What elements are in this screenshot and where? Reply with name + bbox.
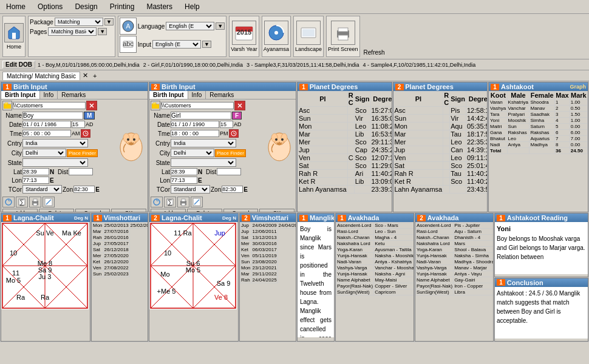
birth2-state-row: State (151, 158, 263, 167)
ashtakoot-graph-label[interactable]: Graph (570, 84, 586, 90)
birth1-add-button[interactable]: Add (2, 209, 38, 212)
birth1-name-input[interactable] (22, 112, 83, 120)
birth2-city-select[interactable]: Delhi (171, 149, 214, 157)
menu-help[interactable]: Help (181, 1, 203, 12)
birth2-delete-button[interactable]: Delete (187, 209, 222, 212)
birth2-lon-input[interactable] (171, 177, 197, 184)
calendar-icon[interactable]: 2015 (232, 21, 256, 45)
birth1-ad-label: AD (86, 121, 94, 127)
birth2-print-icon[interactable] (177, 197, 189, 207)
birth2-tcor-select[interactable]: Standard (171, 185, 210, 194)
planet2-num: 2 (395, 84, 404, 90)
print-icon[interactable] (331, 21, 355, 45)
tab-info-1[interactable]: Info (40, 91, 58, 99)
birth1-cancel-button[interactable]: Cancel (75, 209, 111, 212)
birth1-chart-icon[interactable] (43, 197, 55, 207)
manglik-title-area: 1 Manglik (299, 214, 335, 221)
lagna1-deg-label: Deg N (74, 215, 88, 221)
pages-select[interactable]: Matching Basic (48, 27, 97, 36)
tab-add-button[interactable]: ✕ (80, 71, 90, 80)
menu-options[interactable]: Options (34, 1, 66, 12)
language-select[interactable]: English (E (166, 22, 214, 30)
birth2-cancel-button[interactable]: Cancel (223, 209, 259, 212)
birth2-alarm-icon[interactable] (229, 129, 239, 138)
package-dropdown[interactable]: ▼ (104, 18, 114, 25)
birth1-place-finder-button[interactable]: Place Finder (67, 149, 98, 157)
birth2-tcor-row: TCor Standard Zon E (151, 185, 263, 194)
birth2-chart-icon[interactable] (191, 197, 203, 207)
birth1-state-select[interactable] (22, 158, 88, 167)
planet1-header: 1 Planet Degrees (298, 83, 392, 91)
birth1-name-row: Name M (2, 112, 115, 120)
birth1-day-input[interactable] (72, 121, 85, 128)
tab-birth-input-1[interactable]: Birth Input (1, 91, 40, 99)
birth2-reset-icon[interactable] (151, 197, 163, 207)
ashtakoot-panel: 1 Ashtakoot Graph Koot Male Female Max M… (488, 82, 588, 212)
tab-remarks-2[interactable]: Remarks (206, 91, 237, 99)
svg-text:Mo 5: Mo 5 (186, 266, 200, 274)
birth1-clear-icon[interactable] (86, 101, 97, 110)
birth2-add-button[interactable]: Add (151, 209, 186, 212)
birth1-date-input[interactable] (22, 121, 71, 128)
birth1-city-select[interactable]: Delhi (22, 149, 66, 157)
menu-home[interactable]: Home (2, 1, 29, 12)
birth2-lat-input[interactable] (171, 168, 197, 175)
svg-text:Ma Ke: Ma Ke (62, 229, 81, 237)
menu-printing[interactable]: Printing (106, 1, 138, 12)
birth2-place-finder-button[interactable]: Place Finder (215, 149, 246, 157)
birth2-ok-button[interactable]: OK (259, 209, 294, 212)
pages-dropdown[interactable]: ▼ (98, 28, 107, 35)
birth2-dist-input[interactable] (217, 168, 241, 175)
birth1-dist-input[interactable] (69, 168, 93, 175)
birth1-lon-input[interactable] (22, 177, 49, 184)
birth1-reset-icon[interactable] (2, 197, 15, 207)
birth1-lat-input[interactable] (22, 168, 49, 175)
birth1-lat-dir: N (50, 169, 54, 175)
birth1-alarm-icon[interactable] (81, 129, 90, 138)
birth2-folder-icon[interactable] (151, 101, 160, 110)
home-icon[interactable] (4, 23, 24, 42)
birth1-form-fields: Name M Date AD Tme AM (2, 101, 115, 195)
tab-remarks-1[interactable]: Remarks (58, 91, 89, 99)
package-select[interactable]: Matching (55, 18, 103, 26)
birth1-folder-icon[interactable] (2, 101, 12, 110)
manglik-header: 1 Manglik ✓ (298, 214, 334, 222)
birth1-calc-icon[interactable]: ∑ (16, 197, 28, 207)
birth1-ok-button[interactable]: OK (111, 209, 146, 212)
birth2-name-input[interactable] (171, 112, 231, 120)
birth2-day-input[interactable] (220, 121, 233, 128)
birth1-time-input[interactable] (22, 130, 71, 137)
svg-point-45 (281, 138, 284, 141)
birth2-customer-input[interactable] (161, 102, 234, 109)
tab-plus-button[interactable]: + (90, 72, 99, 80)
birth2-state-select[interactable] (171, 158, 236, 167)
birth2-date-label: Date (151, 121, 170, 128)
landscape-icon[interactable] (296, 21, 321, 45)
birth2-clear-icon[interactable] (234, 101, 245, 110)
birth2-time-input[interactable] (171, 130, 219, 137)
birth1-tcor-select[interactable]: Standard (22, 185, 62, 194)
menu-masters[interactable]: Masters (143, 1, 176, 12)
tab-birth-input-2[interactable]: Birth Input (149, 91, 188, 99)
birth1-cntry-select[interactable]: India (22, 139, 88, 147)
input-dropdown[interactable]: ▼ (202, 41, 211, 48)
edit-dob-button[interactable]: Edit DOB (2, 61, 35, 69)
birth1-zon-input[interactable] (73, 186, 95, 193)
birth2-calc-icon[interactable]: ∑ (164, 197, 176, 207)
birth2-tabs: Birth Input Info Remarks (149, 91, 296, 99)
language-dropdown[interactable]: ▼ (216, 22, 225, 30)
input-select[interactable]: English (E (152, 40, 201, 49)
birth1-print-icon[interactable] (29, 197, 41, 207)
tab-matching[interactable]: Matching/ Matching Basic (2, 72, 80, 80)
tab-info-2[interactable]: Info (188, 91, 206, 99)
birth1-delete-button[interactable]: Delete (39, 209, 74, 212)
birth2-zon-input[interactable] (222, 186, 243, 193)
ayanamsa-icon[interactable] (264, 21, 288, 45)
input-icon: abc (120, 36, 137, 53)
right-col: 1 Ashtakoot Reading Yoni Boy belongs to … (494, 213, 588, 342)
menu-design[interactable]: Design (71, 1, 101, 12)
birth1-customer-input[interactable] (13, 102, 86, 109)
birth2-date-input[interactable] (171, 121, 219, 128)
ashta-col-koot: Koot (489, 92, 508, 99)
birth2-cntry-select[interactable]: India (171, 139, 236, 147)
